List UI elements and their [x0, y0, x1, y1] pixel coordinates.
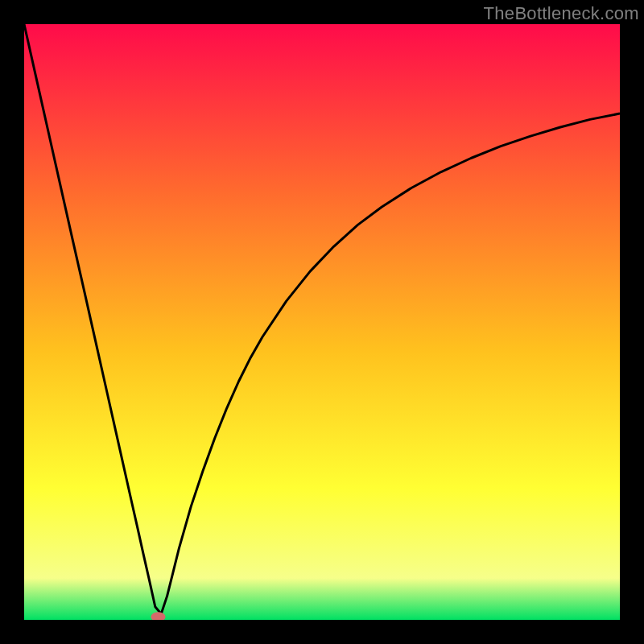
chart-container: TheBottleneck.com — [0, 0, 644, 644]
plot-background — [24, 24, 620, 620]
plot-area — [24, 24, 620, 620]
watermark-label: TheBottleneck.com — [484, 3, 639, 24]
chart-svg — [24, 24, 620, 620]
